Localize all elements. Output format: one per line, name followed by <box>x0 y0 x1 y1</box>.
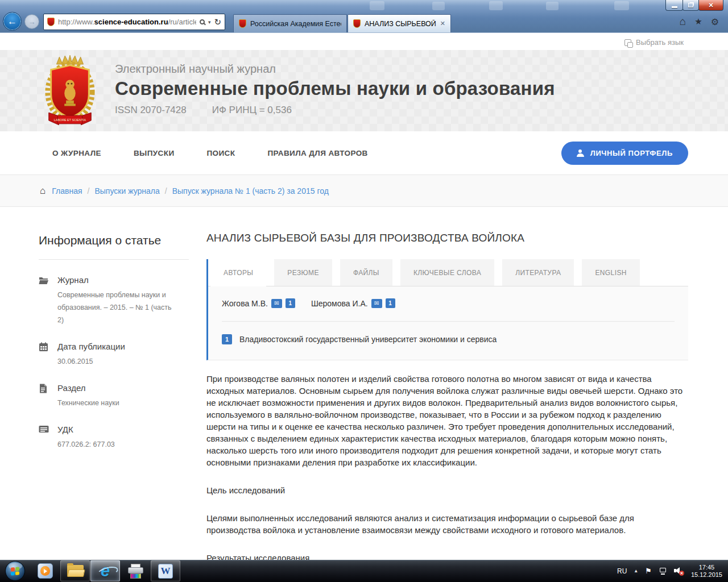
volume-muted-icon[interactable]: ✕ <box>674 567 683 575</box>
sidebar-title: Информация о статье <box>39 234 206 247</box>
breadcrumb-home-icon[interactable]: ⌂ <box>40 185 46 197</box>
url-text[interactable]: http://www.science-education.ru/ru/artic… <box>58 18 196 26</box>
printer-icon <box>128 564 143 579</box>
info-label: Дата публикации <box>57 342 178 351</box>
taskbar-item-printer[interactable] <box>121 560 150 581</box>
journal-title: Современные проблемы науки и образования <box>115 78 555 99</box>
chevron-down-icon[interactable]: ▾ <box>208 19 211 25</box>
main-menu: О ЖУРНАЛЕ ВЫПУСКИ ПОИСК ПРАВИЛА ДЛЯ АВТО… <box>0 131 728 174</box>
back-icon: ← <box>7 16 17 27</box>
close-tab-icon[interactable]: ✕ <box>440 20 445 27</box>
article-info-sidebar: Информация о статье Журнал Современные п… <box>0 207 206 560</box>
menu-item-author-rules[interactable]: ПРАВИЛА ДЛЯ АВТОРОВ <box>267 149 367 157</box>
minimize-button[interactable] <box>665 0 683 11</box>
info-label: Раздел <box>57 383 178 393</box>
browser-tab-article[interactable]: АНАЛИЗ СЫРЬЕВОЙ БАЗ... ✕ <box>348 14 451 32</box>
journal-kicker: Электронный научный журнал <box>115 63 555 76</box>
clock-date: 15.12.2015 <box>691 571 722 579</box>
taskbar-clock[interactable]: 17:45 15.12.2015 <box>691 564 722 579</box>
gear-icon[interactable]: ⚙ <box>711 16 719 27</box>
url-domain: science-education.ru <box>94 18 168 26</box>
affiliation-row: 1 Владивостокский государственный универ… <box>208 323 688 360</box>
minimize-icon <box>672 6 677 8</box>
info-label: Журнал <box>57 275 178 285</box>
browser-tab-rae[interactable]: Российская Академия Естест... <box>233 14 347 32</box>
info-value: 30.06.2015 <box>57 355 178 368</box>
tab-files[interactable]: ФАЙЛЫ <box>340 259 392 286</box>
article-paragraph: При производстве валяных полотен и издел… <box>206 373 688 468</box>
folder-icon <box>67 565 84 577</box>
breadcrumb-link-issues[interactable]: Выпуски журнала <box>94 186 159 196</box>
info-value: 677.026.2: 677.03 <box>57 438 178 451</box>
taskbar-item-internet-explorer[interactable]: e <box>90 560 120 581</box>
tab-authors[interactable]: АВТОРЫ <box>210 259 266 286</box>
menu-item-about[interactable]: О ЖУРНАЛЕ <box>52 149 101 157</box>
forward-button[interactable]: → <box>24 14 39 29</box>
article-paragraph: Цель исследований <box>206 484 688 496</box>
taskbar-item-explorer[interactable] <box>60 560 90 581</box>
address-bar[interactable]: http://www.science-education.ru/ru/artic… <box>43 14 225 30</box>
media-player-icon <box>38 563 53 579</box>
menu-item-issues[interactable]: ВЫПУСКИ <box>134 149 175 157</box>
language-bar: Выбрать язык <box>0 33 728 50</box>
glass-reflection <box>370 1 384 10</box>
personal-portfolio-button[interactable]: ЛИЧНЫЙ ПОРТФЕЛЬ <box>561 142 688 165</box>
restore-button[interactable] <box>682 0 699 11</box>
breadcrumb-link-home[interactable]: Главная <box>52 186 82 196</box>
refresh-icon[interactable]: ↻ <box>214 17 221 27</box>
tab-abstract[interactable]: РЕЗЮМЕ <box>274 259 332 286</box>
panel-divider <box>222 321 675 322</box>
journal-logo: LABORE ET SCIENTIA <box>42 55 98 127</box>
tab-title: АНАЛИЗ СЫРЬЕВОЙ БАЗ... <box>365 20 436 28</box>
info-item-section: Раздел Технические науки <box>39 383 206 409</box>
breadcrumb-link-issue[interactable]: Выпуск журнала № 1 (часть 2) за 2015 год <box>172 186 329 196</box>
author: Шеромова И.А. ✉ 1 <box>311 298 395 308</box>
info-item-udc: УДК 677.026.2: 677.03 <box>39 425 206 451</box>
author: Жогова М.В. ✉ 1 <box>222 298 295 308</box>
back-button[interactable]: ← <box>3 12 22 31</box>
language-indicator[interactable]: RU <box>617 567 627 575</box>
show-hidden-icons-arrow[interactable]: ▲ <box>634 568 638 573</box>
tab-keywords[interactable]: КЛЮЧЕВЫЕ СЛОВА <box>400 259 494 286</box>
breadcrumb-separator: / <box>165 186 167 196</box>
envelope-icon[interactable]: ✉ <box>371 299 382 308</box>
tab-english[interactable]: ENGLISH <box>582 259 639 286</box>
taskbar-item-word[interactable]: W <box>151 560 180 581</box>
address-bar-icons: ▾ ↻ <box>200 17 221 27</box>
info-value: Современные проблемы науки и образования… <box>57 289 178 326</box>
folder-icon <box>39 275 49 326</box>
calendar-icon <box>39 342 49 368</box>
taskbar-item-media-player[interactable] <box>30 560 60 581</box>
action-center-flag-icon[interactable]: ⚑ <box>645 567 652 575</box>
home-icon[interactable]: ⌂ <box>680 15 686 28</box>
article-column: АНАЛИЗ СЫРЬЕВОЙ БАЗЫ ДЛЯ ПРОИЗВОДСТВА ВО… <box>206 207 728 560</box>
envelope-icon[interactable]: ✉ <box>271 299 282 308</box>
main-content: Информация о статье Журнал Современные п… <box>0 207 728 560</box>
favorites-star-icon[interactable]: ★ <box>694 16 702 27</box>
tab-references[interactable]: ЛИТЕРАТУРА <box>502 259 574 286</box>
page-viewport: Выбрать язык LABORE ET SCIENTIA Электрон… <box>0 32 728 560</box>
glass-reflection <box>546 2 559 10</box>
portfolio-button-label: ЛИЧНЫЙ ПОРТФЕЛЬ <box>590 149 673 157</box>
site-favicon <box>47 18 55 26</box>
sidebar-divider <box>39 259 189 260</box>
close-window-button[interactable]: ✕ <box>698 0 723 11</box>
choose-language-control[interactable]: Выбрать язык <box>624 38 684 47</box>
article-tabs: АВТОРЫ РЕЗЮМЕ ФАЙЛЫ КЛЮЧЕВЫЕ СЛОВА ЛИТЕР… <box>208 259 688 286</box>
menu-item-search[interactable]: ПОИСК <box>207 149 235 157</box>
system-tray: RU ▲ ⚑ ✕ 17:45 15.12.2015 <box>617 560 725 582</box>
browser-chrome: ✕ ← → http://www.science-education.ru/ru… <box>0 0 728 32</box>
breadcrumb-separator: / <box>88 186 90 196</box>
article-title: АНАЛИЗ СЫРЬЕВОЙ БАЗЫ ДЛЯ ПРОИЗВОДСТВА ВО… <box>206 232 688 244</box>
windows-flag-icon <box>11 567 19 575</box>
url-prefix: http://www. <box>58 18 94 26</box>
article-paragraph: Целями выполненных исследований являются… <box>206 512 688 536</box>
network-icon[interactable] <box>659 568 667 575</box>
start-button[interactable] <box>5 561 25 581</box>
search-icon[interactable] <box>200 19 205 24</box>
tab-title: Российская Академия Естест... <box>250 20 341 28</box>
authors-row: Жогова М.В. ✉ 1 Шеромова И.А. ✉ 1 <box>208 286 688 320</box>
issn-label: ISSN 2070-7428 <box>115 105 187 116</box>
logo-motto: LABORE ET SCIENTIA <box>54 118 86 122</box>
glass-reflection <box>432 2 445 10</box>
